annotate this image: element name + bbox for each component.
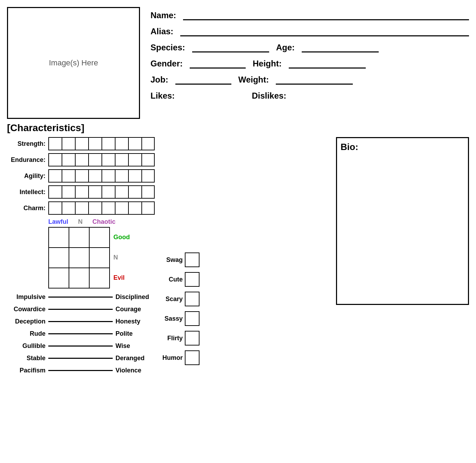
stat-box[interactable]	[128, 153, 141, 166]
stat-box[interactable]	[75, 185, 88, 199]
stat-box[interactable]	[48, 185, 62, 199]
stat-box[interactable]	[62, 137, 75, 150]
trait-right-label: Disciplined	[115, 293, 154, 301]
trait-cowardice: Cowardice Courage	[7, 306, 154, 313]
stat-box[interactable]	[62, 169, 75, 183]
trait-line	[48, 333, 113, 334]
stat-box[interactable]	[115, 201, 128, 215]
stat-box[interactable]	[102, 185, 115, 199]
stat-box[interactable]	[102, 169, 115, 183]
strength-label: Strength:	[7, 140, 46, 148]
endurance-row: Endurance:	[7, 153, 154, 166]
gender-input[interactable]	[190, 59, 246, 69]
trait-right-label: Honesty	[115, 318, 154, 325]
image-box-label: Image(s) Here	[49, 58, 98, 67]
stat-box[interactable]	[128, 185, 141, 199]
stat-box[interactable]	[88, 137, 102, 150]
stat-box[interactable]	[48, 137, 62, 150]
alias-input[interactable]	[180, 27, 469, 36]
stat-box[interactable]	[88, 185, 102, 199]
job-input[interactable]	[175, 75, 231, 85]
intellect-label: Intellect:	[7, 188, 46, 196]
charm-row: Charm:	[7, 201, 154, 215]
bottom-section: Strength: Endurance:	[7, 137, 469, 379]
weight-input[interactable]	[276, 75, 353, 85]
name-input[interactable]	[183, 10, 469, 20]
flirty-checkbox[interactable]	[185, 331, 200, 346]
trait-line	[48, 346, 113, 347]
align-cell-true-neutral[interactable]	[69, 248, 90, 268]
age-input[interactable]	[302, 43, 379, 52]
stat-box[interactable]	[115, 169, 128, 183]
align-cell-lawful-evil[interactable]	[49, 268, 69, 289]
humor-checkbox[interactable]	[185, 350, 200, 365]
stat-box[interactable]	[102, 201, 115, 215]
stat-box[interactable]	[48, 169, 62, 183]
stat-box[interactable]	[62, 201, 75, 215]
stat-box[interactable]	[102, 153, 115, 166]
likes-dislikes-row: Likes: Dislikes:	[150, 91, 469, 101]
bio-box[interactable]: Bio:	[336, 137, 469, 305]
stat-box[interactable]	[102, 137, 115, 150]
trait-left-label: Impulsive	[7, 293, 46, 301]
stat-box[interactable]	[141, 185, 155, 199]
stat-box[interactable]	[141, 153, 155, 166]
stat-box[interactable]	[88, 153, 102, 166]
stat-box[interactable]	[128, 201, 141, 215]
alignment-grid	[48, 227, 110, 289]
stat-box[interactable]	[75, 153, 88, 166]
stat-box[interactable]	[88, 201, 102, 215]
stat-box[interactable]	[75, 169, 88, 183]
weight-label: Weight:	[238, 75, 269, 85]
traits-section: Impulsive Disciplined Cowardice Courage …	[7, 293, 154, 374]
personality-scary: Scary	[158, 292, 200, 306]
alignment-lawful-label: Lawful	[48, 218, 68, 226]
stat-box[interactable]	[115, 137, 128, 150]
align-cell-chaotic-neutral[interactable]	[90, 248, 110, 268]
stat-box[interactable]	[141, 169, 155, 183]
characteristics-title: [Characteristics]	[7, 122, 469, 134]
stat-box[interactable]	[48, 153, 62, 166]
gender-height-row: Gender: Height:	[150, 59, 469, 69]
height-input[interactable]	[289, 59, 366, 69]
personality-panel: Swag Cute Scary Sassy Flirty Humor	[158, 252, 200, 379]
trait-left-label: Rude	[7, 330, 46, 337]
species-label: Species:	[150, 43, 185, 52]
scary-label: Scary	[158, 295, 183, 303]
species-age-row: Species: Age:	[150, 43, 469, 52]
alias-label: Alias:	[150, 27, 173, 36]
align-evil-label: Evil	[113, 274, 130, 282]
stat-box[interactable]	[75, 137, 88, 150]
stat-box[interactable]	[115, 185, 128, 199]
align-cell-chaotic-evil[interactable]	[90, 268, 110, 289]
stat-box[interactable]	[115, 153, 128, 166]
stat-box[interactable]	[88, 169, 102, 183]
bio-title: Bio:	[341, 142, 358, 152]
align-cell-neutral-evil[interactable]	[69, 268, 90, 289]
stat-box[interactable]	[128, 137, 141, 150]
scary-checkbox[interactable]	[185, 292, 200, 306]
stat-box[interactable]	[62, 153, 75, 166]
stat-box[interactable]	[141, 201, 155, 215]
align-cell-lawful-neutral[interactable]	[49, 248, 69, 268]
alignment-chaotic-label: Chaotic	[92, 218, 115, 226]
stat-box[interactable]	[141, 137, 155, 150]
stat-box[interactable]	[62, 185, 75, 199]
stat-box[interactable]	[48, 201, 62, 215]
align-cell-chaotic-good[interactable]	[90, 228, 110, 248]
align-cell-lawful-good[interactable]	[49, 228, 69, 248]
swag-checkbox[interactable]	[185, 252, 200, 267]
trait-right-label: Violence	[115, 367, 154, 374]
trait-line	[48, 309, 113, 310]
name-label: Name:	[150, 10, 176, 20]
align-good-label: Good	[113, 234, 130, 241]
stat-box[interactable]	[128, 169, 141, 183]
stat-box[interactable]	[75, 201, 88, 215]
cute-checkbox[interactable]	[185, 272, 200, 287]
sassy-checkbox[interactable]	[185, 311, 200, 326]
trait-right-label: Wise	[115, 342, 154, 350]
alias-row: Alias:	[150, 27, 469, 36]
endurance-boxes	[48, 153, 155, 166]
species-input[interactable]	[192, 43, 269, 52]
align-cell-neutral-good[interactable]	[69, 228, 90, 248]
